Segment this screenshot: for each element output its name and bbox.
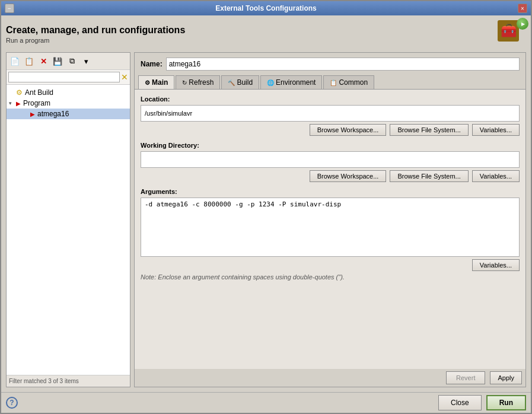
browse-filesystem-2-button[interactable]: Browse File System... <box>390 170 468 182</box>
help-button[interactable]: ? <box>6 397 18 409</box>
working-dir-label: Working Directory: <box>141 142 520 149</box>
tree-toolbar: 📄 📋 ✕ 💾 ⧉ ▾ <box>7 53 130 70</box>
browse-filesystem-1-button[interactable]: Browse File System... <box>390 124 468 136</box>
working-dir-input[interactable] <box>141 151 520 168</box>
tab-main[interactable]: ⚙ Main <box>138 75 174 89</box>
list-item[interactable]: ⚙ Ant Build <box>7 87 130 98</box>
browse-workspace-2-button[interactable]: Browse Workspace... <box>310 170 387 182</box>
refresh-tab-icon: ↻ <box>182 79 187 86</box>
browse-workspace-1-button[interactable]: Browse Workspace... <box>310 124 387 136</box>
new-icon: 📄 <box>10 57 20 66</box>
clear-search-button[interactable]: ✕ <box>121 72 128 82</box>
link-icon: ⧉ <box>69 56 75 66</box>
footer-right: Close Run <box>438 395 526 410</box>
environment-tab-label: Environment <box>276 78 316 87</box>
dropdown-icon: ▾ <box>84 57 88 66</box>
tree-item-label: Program <box>23 99 50 107</box>
revert-button[interactable]: Revert <box>446 371 485 384</box>
build-tab-label: Build <box>237 78 253 87</box>
copy-icon: 📋 <box>24 57 34 66</box>
config-icon: ▶ <box>30 111 35 117</box>
window-title: External Tools Configurations <box>14 4 518 12</box>
search-input[interactable] <box>8 72 120 82</box>
link-button[interactable]: ⧉ <box>65 55 78 68</box>
new-config-button[interactable]: 📄 <box>8 55 21 68</box>
arguments-label: Arguments: <box>141 188 520 195</box>
refresh-tab-label: Refresh <box>189 78 214 87</box>
page-subtitle: Run a program <box>6 37 185 44</box>
common-tab-label: Common <box>339 78 368 87</box>
common-tab-icon: 📋 <box>330 79 337 86</box>
footer: ? Close Run <box>1 392 531 413</box>
arguments-scroll-container: -d atmega16 -c 8000000 -g -p 1234 -P sim… <box>141 198 520 257</box>
dropdown-button[interactable]: ▾ <box>79 55 93 68</box>
tree-item-label: Ant Build <box>25 88 53 97</box>
program-icon: ▶ <box>16 100 21 107</box>
config-tree: ⚙ Ant Build ▾ ▶ Program ▶ atmega16 <box>7 85 130 375</box>
copy-config-button[interactable]: 📋 <box>23 55 36 68</box>
run-icon-container <box>498 20 526 49</box>
tab-common[interactable]: 📋 Common <box>323 75 374 89</box>
name-row: Name: <box>135 53 525 75</box>
collapse-icon: ▾ <box>9 100 14 106</box>
arguments-textarea[interactable]: -d atmega16 -c 8000000 -g -p 1234 -P sim… <box>141 198 520 257</box>
tab-environment[interactable]: 🌐 Environment <box>260 75 322 89</box>
main-tab-icon: ⚙ <box>145 79 150 86</box>
run-button[interactable]: Run <box>486 395 526 410</box>
list-item[interactable]: ▶ atmega16 <box>7 109 130 119</box>
filter-status: Filter matched 3 of 3 items <box>7 375 130 387</box>
delete-config-button[interactable]: ✕ <box>37 55 50 68</box>
variables-1-button[interactable]: Variables... <box>472 124 520 136</box>
window-body: Create, manage, and run configurations R… <box>1 15 531 392</box>
arguments-group: Arguments: -d atmega16 -c 8000000 -g -p … <box>141 188 520 281</box>
run-play-icon <box>517 18 528 30</box>
working-dir-btn-row: Browse Workspace... Browse File System..… <box>141 170 520 182</box>
location-input[interactable] <box>141 105 520 122</box>
right-panel: Name: ⚙ Main ↻ Refresh 🔨 Build <box>134 52 526 387</box>
page-title: Create, manage, and run configurations <box>6 25 185 36</box>
ant-icon: ⚙ <box>16 88 23 97</box>
name-input[interactable] <box>166 58 520 71</box>
delete-icon: ✕ <box>40 57 47 66</box>
tab-content-main: Location: Browse Workspace... Browse Fil… <box>135 90 525 369</box>
save-config-button[interactable]: 💾 <box>51 55 64 68</box>
bottom-action-buttons: Revert Apply <box>135 369 525 387</box>
list-item[interactable]: ▾ ▶ Program <box>7 98 130 109</box>
arguments-btn-row: Variables... <box>141 259 520 271</box>
title-bar: − External Tools Configurations × <box>1 1 531 15</box>
header-section: Create, manage, and run configurations R… <box>6 20 526 49</box>
external-tools-window: − External Tools Configurations × Create… <box>0 0 532 414</box>
apply-button[interactable]: Apply <box>490 371 522 384</box>
search-row: ✕ <box>7 70 130 85</box>
arguments-note: Note: Enclose an argument containing spa… <box>141 273 520 281</box>
close-button[interactable]: Close <box>438 395 482 410</box>
tree-item-label: atmega16 <box>37 110 69 118</box>
tab-build[interactable]: 🔨 Build <box>221 75 259 89</box>
variables-3-button[interactable]: Variables... <box>472 259 520 271</box>
main-tab-label: Main <box>152 78 168 87</box>
location-btn-row: Browse Workspace... Browse File System..… <box>141 124 520 136</box>
name-label: Name: <box>141 60 163 68</box>
location-group: Location: Browse Workspace... Browse Fil… <box>141 95 520 136</box>
working-dir-group: Working Directory: Browse Workspace... B… <box>141 142 520 182</box>
tab-bar: ⚙ Main ↻ Refresh 🔨 Build 🌐 Environment <box>135 75 525 90</box>
toolbox-icon <box>498 20 519 42</box>
left-panel: 📄 📋 ✕ 💾 ⧉ ▾ <box>6 52 130 387</box>
variables-2-button[interactable]: Variables... <box>472 170 520 182</box>
minimize-button[interactable]: − <box>5 4 14 13</box>
environment-tab-icon: 🌐 <box>267 79 274 86</box>
main-area: 📄 📋 ✕ 💾 ⧉ ▾ <box>6 52 526 387</box>
tab-refresh[interactable]: ↻ Refresh <box>176 75 220 89</box>
close-window-button[interactable]: × <box>518 4 527 13</box>
save-icon: 💾 <box>53 57 62 66</box>
build-tab-icon: 🔨 <box>228 79 235 86</box>
location-label: Location: <box>141 95 520 103</box>
